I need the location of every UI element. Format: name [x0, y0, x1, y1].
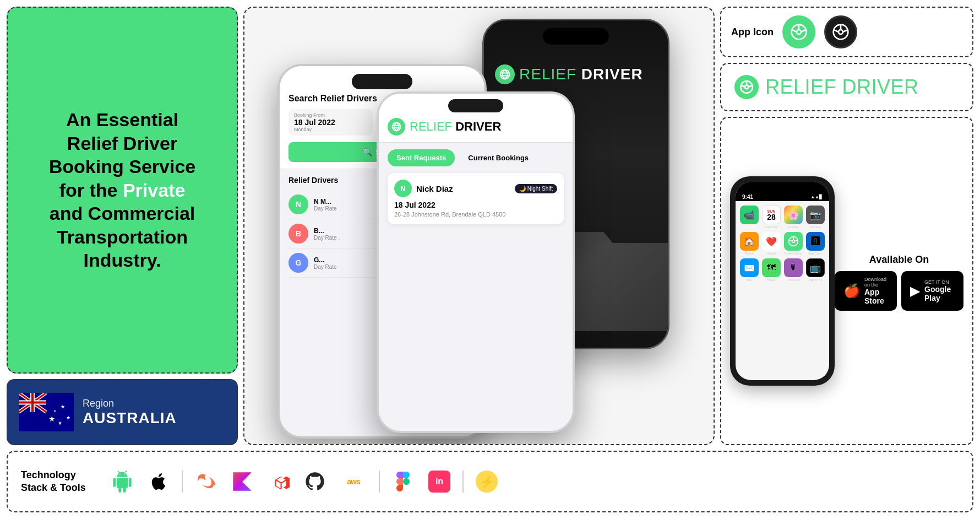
- hero-text: An Essential Relief Driver Booking Servi…: [49, 108, 195, 272]
- relief-app-icon: [784, 232, 803, 251]
- lottie-icon: ⚡: [473, 468, 500, 495]
- iphone-notch: [763, 185, 802, 194]
- app-item-mail: ✉️ Mail: [740, 258, 759, 282]
- google-play-text: GET IT ON Google Play: [924, 279, 955, 302]
- health-icon: ❤️: [762, 232, 781, 251]
- home-label: Home: [745, 252, 754, 255]
- app-icon-card: App Icon: [720, 7, 973, 57]
- booking-from-label: Booking From: [294, 112, 367, 118]
- github-icon: [302, 468, 328, 495]
- photos-icon: 🌸: [784, 206, 803, 224]
- fore-logo-icon: [388, 118, 405, 136]
- iphone-status-icons: ▲▲▊: [810, 194, 823, 199]
- camera-icon: 📷: [806, 206, 825, 224]
- camera-label: Camera: [809, 225, 821, 229]
- driver-avatar-2: B: [288, 224, 308, 244]
- available-on-section: Available On 🍎 Download on the App Store…: [835, 254, 963, 311]
- relief-app-label: Relief Driver: [784, 252, 802, 255]
- svg-point-20: [839, 30, 843, 34]
- iphone-mockup: 9:41 ▲▲▊ 📹 FaceTime SUN 28: [730, 176, 835, 386]
- podcasts-label: Podcasts: [787, 278, 801, 282]
- app-item-maps: 🗺 Maps: [762, 258, 781, 282]
- brand-text: RELIEF DRIVER: [765, 75, 919, 99]
- booking-avatar: N: [394, 180, 412, 197]
- health-label: Health: [766, 252, 776, 255]
- app-icon-label: App Icon: [731, 26, 774, 38]
- apple-icon: 🍎: [843, 283, 860, 299]
- brand-driver: DRIVER: [836, 75, 919, 98]
- right-top-row: App Icon: [720, 7, 973, 57]
- night-shift-badge: 🌙 Night Shift: [515, 184, 557, 193]
- svg-point-24: [792, 240, 795, 243]
- booking-from-date: 18 Jul 2022: [294, 118, 367, 127]
- facetime-icon: 📹: [740, 206, 759, 224]
- calendar-label: Calendar: [765, 225, 778, 229]
- appletv-icon: 📺: [806, 258, 825, 277]
- phone-fore: RELIEF DRIVER Sent Requests Current Book…: [377, 91, 575, 433]
- rd-back-icon: [495, 64, 515, 84]
- iphone-time: 9:41: [742, 194, 753, 200]
- svg-point-18: [797, 30, 801, 34]
- brand-card: RELIEF DRIVER: [720, 63, 973, 111]
- aws-icon: aws: [338, 468, 369, 495]
- tech-icons: aws in ⚡: [109, 468, 959, 495]
- booking-from-box: Booking From 18 Jul 2022 Monday: [288, 109, 373, 136]
- kotlin-icon: [229, 468, 255, 495]
- available-on-label: Available On: [835, 254, 963, 266]
- app-item-appstore: 🅰 App Store: [806, 232, 825, 255]
- facetime-label: FaceTime: [742, 225, 756, 229]
- hero-highlight-private: Private: [123, 180, 185, 201]
- google-play-button[interactable]: ▶ GET IT ON Google Play: [901, 271, 963, 311]
- dark-steering-icon: [824, 15, 857, 48]
- region-country: AUSTRALIA: [83, 409, 177, 427]
- appstore-label: App Store: [808, 252, 823, 255]
- divider-3: [462, 471, 464, 493]
- driver-avatar-3: G: [288, 253, 308, 273]
- region-label: Region: [83, 398, 177, 409]
- iphone-screen: 9:41 ▲▲▊ 📹 FaceTime SUN 28: [736, 182, 829, 380]
- app-store-text: Download on the App Store: [864, 277, 888, 305]
- sent-requests-tab[interactable]: Sent Requests: [388, 149, 455, 166]
- mail-icon: ✉️: [740, 258, 759, 277]
- rd-back-text: RELIEF DRIVER: [519, 66, 643, 83]
- fore-tabs: Sent Requests Current Bookings: [379, 143, 573, 173]
- phones-container: RELIEF DRIVER Search Relief Drivers: [244, 8, 714, 444]
- phone-fore-notch: [448, 99, 503, 112]
- phone-fore-screen: RELIEF DRIVER Sent Requests Current Book…: [379, 94, 573, 431]
- svg-point-22: [745, 85, 749, 89]
- app-item-camera: 📷 Camera: [806, 206, 825, 229]
- calendar-icon: SUN 28: [762, 206, 781, 224]
- app-item-calendar: SUN 28 Calendar: [762, 206, 781, 229]
- center-panel: RELIEF DRIVER Search Relief Drivers: [243, 7, 715, 445]
- region-text: Region AUSTRALIA: [83, 398, 177, 427]
- apple-dev-icon: [145, 468, 172, 495]
- fore-logo-text: RELIEF DRIVER: [410, 120, 501, 134]
- booking-card: N Nick Diaz 🌙 Night Shift 18 Jul 2022 26…: [388, 173, 564, 224]
- brand-relief: RELIEF: [765, 75, 836, 98]
- svg-text:★: ★: [53, 409, 56, 413]
- booking-driver-row: N Nick Diaz 🌙 Night Shift: [394, 180, 557, 197]
- store-buttons: 🍎 Download on the App Store ▶ GET IT ON …: [835, 271, 963, 311]
- app-item-facetime: 📹 FaceTime: [740, 206, 759, 229]
- app-store-button[interactable]: 🍎 Download on the App Store: [835, 271, 897, 311]
- region-card: ★ ★ ★ ★ ★ Region AUSTRALIA: [7, 379, 238, 445]
- booking-driver-name: Nick Diaz: [416, 184, 510, 193]
- australia-flag: ★ ★ ★ ★ ★: [19, 393, 74, 431]
- app-item-photos: 🌸 Photos: [784, 206, 803, 229]
- app-item-relief: Relief Driver: [784, 232, 803, 255]
- maps-label: Maps: [767, 278, 776, 282]
- brand-logo-icon: [734, 75, 759, 99]
- mail-label: Mail: [746, 278, 752, 282]
- appletv-label: Apple TV: [809, 278, 823, 282]
- app-item-podcasts: 🎙 Podcasts: [784, 258, 803, 282]
- figma-icon: [390, 468, 416, 495]
- relief-driver-back-title: RELIEF DRIVER: [495, 64, 657, 84]
- current-bookings-tab[interactable]: Current Bookings: [459, 149, 537, 166]
- swift-icon: [193, 468, 219, 495]
- iphone-screen-card: 9:41 ▲▲▊ 📹 FaceTime SUN 28: [720, 117, 973, 445]
- podcasts-icon: 🎙: [784, 258, 803, 277]
- driver-avatar-1: N: [288, 194, 308, 214]
- moon-icon: 🌙: [519, 186, 526, 192]
- svg-text:★: ★: [61, 404, 65, 409]
- home-icon: 🏠: [740, 232, 759, 251]
